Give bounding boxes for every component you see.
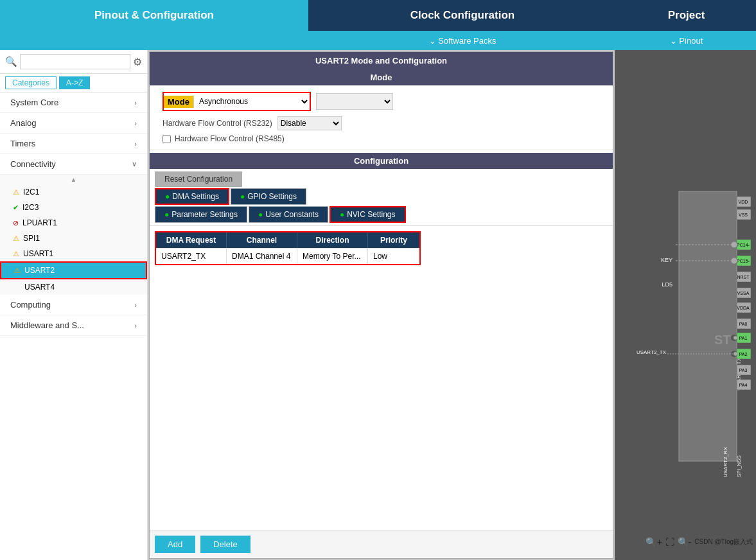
header-clock[interactable]: Clock Configuration xyxy=(308,0,617,31)
svg-text:USART2_TX: USART2_TX xyxy=(637,349,667,355)
header-pinout[interactable]: Pinout & Configuration xyxy=(0,0,308,31)
sidebar-sub-item-usart1[interactable]: ⚠ USART1 xyxy=(0,246,147,261)
search-input[interactable] xyxy=(20,54,130,69)
header-project[interactable]: Project xyxy=(617,0,756,31)
hw-flow-rs485-label: Hardware Flow Control (RS485) xyxy=(175,134,285,143)
check-icon: ● xyxy=(340,210,344,219)
svg-text:LD5: LD5 xyxy=(662,281,672,288)
warn-icon: ⚠ xyxy=(13,234,19,243)
svg-text:NRST: NRST xyxy=(737,275,750,279)
td-request: USART2_TX xyxy=(156,249,227,264)
sidebar-item-timers[interactable]: Timers › xyxy=(0,134,147,154)
warn-icon: ⚠ xyxy=(14,267,21,275)
svg-text:PC14-: PC14- xyxy=(737,243,750,247)
svg-text:VSSA: VSSA xyxy=(737,291,750,295)
delete-button[interactable]: Delete xyxy=(200,536,251,553)
sidebar-item-connectivity[interactable]: Connectivity ∨ xyxy=(0,154,147,175)
tab-gpio-settings[interactable]: ● GPIO Settings xyxy=(231,188,306,205)
col-direction: Direction xyxy=(297,232,368,248)
col-priority: Priority xyxy=(368,232,419,248)
watermark: 🔍+ ⛶ 🔍- CSDN @Tlog嵌入式 xyxy=(646,537,753,547)
sidebar-sub-item-spi1[interactable]: ⚠ SPI1 xyxy=(0,231,147,246)
svg-text:VDDA: VDDA xyxy=(737,306,750,310)
search-icon: 🔍 xyxy=(5,56,17,67)
sidebar-item-middleware[interactable]: Middleware and S... › xyxy=(0,315,147,336)
content-area: USART2 Mode and Configuration Mode Mode … xyxy=(148,50,756,560)
svg-text:PA1: PA1 xyxy=(739,336,748,340)
chevron-right-icon: › xyxy=(134,140,137,148)
sidebar-sub-item-i2c3[interactable]: ✔ I2C3 xyxy=(0,200,147,215)
sidebar-sub-item-usart4[interactable]: USART4 xyxy=(0,279,147,295)
sidebar-item-system-core[interactable]: System Core › xyxy=(0,92,147,113)
svg-text:PA3: PA3 xyxy=(739,368,748,372)
no-icon: ⊘ xyxy=(13,219,19,227)
bottom-buttons: Add Delete xyxy=(150,530,613,558)
reset-config-tab[interactable]: Reset Configuration xyxy=(155,171,242,187)
sidebar-item-analog[interactable]: Analog › xyxy=(0,113,147,134)
td-direction: Memory To Per... xyxy=(297,249,368,264)
dma-content: DMA Request Channel Direction Priority xyxy=(150,226,613,530)
add-button[interactable]: Add xyxy=(155,536,195,553)
expand-icon[interactable]: ⛶ xyxy=(665,537,674,547)
tab-az[interactable]: A->Z xyxy=(59,76,90,89)
mode-section-bar: Mode xyxy=(150,69,613,85)
ok-icon: ✔ xyxy=(13,204,19,212)
chip-diagram: KEY LD5 USART2_TX VDD VSS PC14- PC15- xyxy=(615,50,756,560)
sub-header: ⌄ Software Packs ⌄ Pinout xyxy=(0,31,756,50)
chevron-right-icon: › xyxy=(134,99,137,107)
svg-text:VSS: VSS xyxy=(739,213,748,217)
check-icon: ● xyxy=(165,192,170,201)
sidebar-sub-item-i2c1[interactable]: ⚠ I2C1 xyxy=(0,184,147,200)
sidebar-sub-item-usart2[interactable]: ⚠ USART2 xyxy=(0,261,147,279)
col-dma-request: DMA Request xyxy=(156,232,227,248)
warn-icon: ⚠ xyxy=(13,250,19,258)
tab-parameter-settings[interactable]: ● Parameter Settings xyxy=(155,206,247,223)
chevron-right-icon: › xyxy=(134,119,137,127)
main-panel: USART2 Mode and Configuration Mode Mode … xyxy=(149,51,613,559)
svg-rect-4 xyxy=(679,191,737,461)
panel-title: USART2 Mode and Configuration xyxy=(150,52,613,69)
zoom-out-icon[interactable]: 🔍- xyxy=(678,537,692,547)
software-packs-btn[interactable]: ⌄ Software Packs xyxy=(308,31,617,50)
mode-select[interactable]: Asynchronous xyxy=(194,93,310,110)
chevron-right-icon: › xyxy=(134,301,137,309)
sidebar-sub-item-lpuart1[interactable]: ⊘ LPUART1 xyxy=(0,215,147,231)
td-priority: Low xyxy=(368,249,419,264)
tab-dma-settings[interactable]: ● DMA Settings xyxy=(156,189,228,204)
pinout-area: KEY LD5 USART2_TX VDD VSS PC14- PC15- xyxy=(615,50,756,560)
chevron-down-icon: ∨ xyxy=(132,160,137,168)
pinout-btn[interactable]: ⌄ Pinout xyxy=(617,31,756,50)
check-icon: ● xyxy=(240,192,245,201)
svg-point-26 xyxy=(734,336,737,340)
config-section-bar: Configuration xyxy=(150,153,613,169)
tab-nvic-settings[interactable]: ● NVIC Settings xyxy=(331,207,405,222)
hw-flow-rs232-label: Hardware Flow Control (RS232) xyxy=(163,119,272,128)
tab-categories[interactable]: Categories xyxy=(5,76,57,89)
sidebar-item-computing[interactable]: Computing › xyxy=(0,295,147,315)
svg-text:PA0: PA0 xyxy=(739,322,748,326)
hw-flow-rs232-select[interactable]: Disable xyxy=(277,116,342,130)
svg-text:USART2_RX: USART2_RX xyxy=(723,446,728,477)
svg-text:KEY: KEY xyxy=(661,257,672,263)
col-channel: Channel xyxy=(227,232,297,248)
svg-text:PA4: PA4 xyxy=(739,383,748,387)
check-icon: ● xyxy=(164,210,169,219)
svg-text:PA2: PA2 xyxy=(739,352,748,356)
sidebar: 🔍 ⚙ Categories A->Z System Core › Analog… xyxy=(0,50,148,560)
warn-icon: ⚠ xyxy=(13,188,19,197)
mode-select-2[interactable] xyxy=(316,93,393,110)
tab-user-constants[interactable]: ● User Constants xyxy=(249,206,328,223)
config-tabs-area: Reset Configuration ● DMA Settings ● GPI xyxy=(150,169,613,558)
svg-text:SPI_NSS: SPI_NSS xyxy=(736,455,742,477)
dma-table-header: DMA Request Channel Direction Priority xyxy=(156,232,419,248)
svg-text:PC15-: PC15- xyxy=(737,259,750,263)
gear-icon[interactable]: ⚙ xyxy=(133,56,142,68)
hw-flow-rs485-checkbox[interactable] xyxy=(163,135,171,143)
mode-label: Mode xyxy=(164,96,194,108)
svg-text:VDD: VDD xyxy=(739,200,748,204)
mode-section: Mode Asynchronous Hardware Flow Control … xyxy=(150,85,613,150)
svg-text:ST: ST xyxy=(714,333,731,347)
table-row[interactable]: USART2_TX DMA1 Channel 4 Memory To Per..… xyxy=(156,248,419,264)
zoom-in-icon[interactable]: 🔍+ xyxy=(646,537,662,547)
check-icon: ● xyxy=(258,210,263,219)
